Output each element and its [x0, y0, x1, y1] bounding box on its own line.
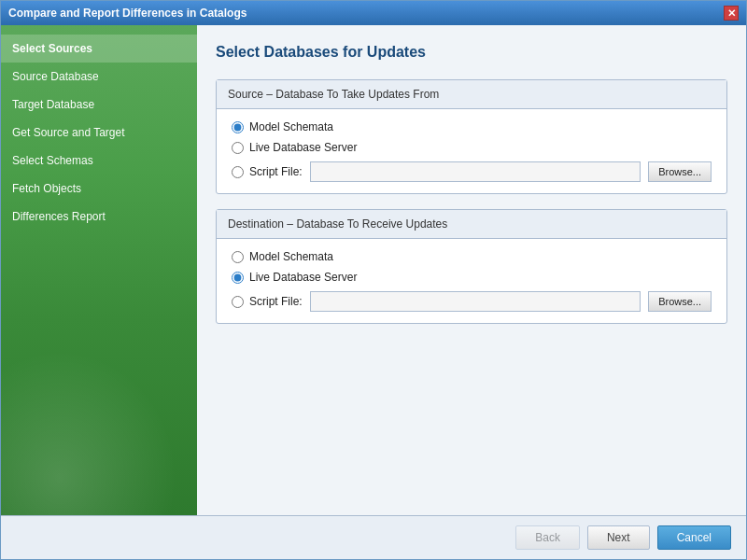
destination-model-label[interactable]: Model Schemata: [232, 250, 333, 263]
title-bar: Compare and Report Differences in Catalo…: [1, 1, 746, 25]
destination-live-label[interactable]: Live Database Server: [232, 271, 357, 284]
source-live-row: Live Database Server: [232, 141, 712, 154]
destination-script-radio[interactable]: [232, 296, 244, 308]
source-model-radio[interactable]: [232, 121, 244, 133]
window-title: Compare and Report Differences in Catalo…: [8, 7, 247, 20]
footer: Back Next Cancel: [1, 515, 746, 559]
next-button[interactable]: Next: [587, 525, 650, 550]
destination-browse-button[interactable]: Browse...: [648, 291, 712, 312]
source-section-legend: Source – Database To Take Updates From: [217, 80, 726, 109]
source-section: Source – Database To Take Updates From M…: [216, 79, 727, 194]
source-live-label[interactable]: Live Database Server: [232, 141, 357, 154]
source-script-input[interactable]: [310, 161, 641, 182]
destination-script-row: Script File: Browse...: [232, 291, 712, 312]
source-browse-button[interactable]: Browse...: [648, 161, 712, 182]
sidebar-item-get-source-target[interactable]: Get Source and Target: [1, 119, 197, 147]
destination-live-row: Live Database Server: [232, 271, 712, 284]
sidebar-item-source-database[interactable]: Source Database: [1, 63, 197, 91]
destination-model-radio[interactable]: [232, 251, 244, 263]
destination-section-body: Model Schemata Live Database Server Scri…: [217, 239, 726, 323]
destination-live-radio[interactable]: [232, 272, 244, 284]
source-script-label[interactable]: Script File:: [232, 165, 303, 178]
main-content: Select Sources Source Database Target Da…: [1, 25, 746, 515]
source-live-radio[interactable]: [232, 142, 244, 154]
destination-script-label[interactable]: Script File:: [232, 295, 303, 308]
destination-script-input[interactable]: [310, 291, 641, 312]
source-section-body: Model Schemata Live Database Server Scri…: [217, 109, 726, 193]
destination-model-row: Model Schemata: [232, 250, 712, 263]
close-button[interactable]: ✕: [724, 6, 739, 21]
sidebar-item-select-schemas[interactable]: Select Schemas: [1, 147, 197, 175]
source-model-label[interactable]: Model Schemata: [232, 120, 333, 133]
source-model-row: Model Schemata: [232, 120, 712, 133]
content-area: Select Databases for Updates Source – Da…: [197, 25, 746, 515]
source-script-row: Script File: Browse...: [232, 161, 712, 182]
sidebar-item-fetch-objects[interactable]: Fetch Objects: [1, 175, 197, 203]
sidebar-item-select-sources[interactable]: Select Sources: [1, 35, 197, 63]
sidebar-item-target-database[interactable]: Target Database: [1, 91, 197, 119]
main-window: Compare and Report Differences in Catalo…: [0, 0, 747, 560]
source-script-radio[interactable]: [232, 166, 244, 178]
destination-section: Destination – Database To Receive Update…: [216, 209, 727, 324]
content-title: Select Databases for Updates: [216, 44, 727, 61]
sidebar: Select Sources Source Database Target Da…: [1, 25, 197, 515]
back-button[interactable]: Back: [515, 525, 580, 550]
cancel-button[interactable]: Cancel: [657, 525, 731, 550]
destination-section-legend: Destination – Database To Receive Update…: [217, 210, 726, 239]
sidebar-item-differences-report[interactable]: Differences Report: [1, 203, 197, 231]
